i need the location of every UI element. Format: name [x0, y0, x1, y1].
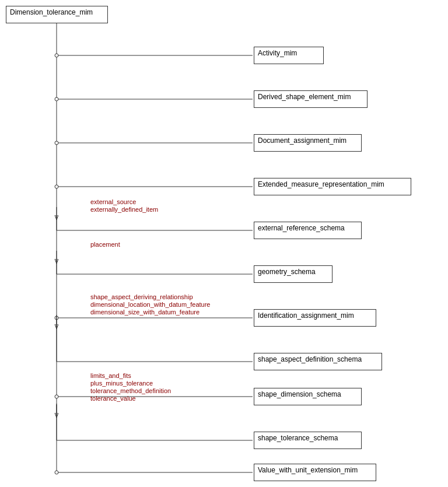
box-dim_tol: Dimension_tolerance_mim — [6, 6, 108, 23]
svg-point-3 — [55, 54, 58, 57]
svg-point-9 — [55, 185, 58, 188]
connection-lines — [0, 0, 448, 487]
svg-point-5 — [55, 97, 58, 101]
svg-point-7 — [55, 141, 58, 145]
box-derived: Derived_shape_element_mim — [254, 90, 368, 108]
label-lbl2: externally_defined_item — [90, 206, 158, 213]
label-lbl3: placement — [90, 241, 120, 248]
svg-point-17 — [55, 316, 58, 320]
label-lbl8: plus_minus_tolerance — [90, 380, 153, 387]
diagram-container: Dimension_tolerance_mimActivity_mimDeriv… — [0, 0, 448, 487]
box-document: Document_assignment_mim — [254, 134, 362, 152]
svg-point-27 — [55, 471, 58, 474]
label-lbl1: external_source — [90, 198, 136, 205]
label-lbl6: dimensional_size_with_datum_feature — [90, 309, 200, 316]
box-extended: Extended_measure_representation_mim — [254, 178, 411, 195]
box-shape_aspect_def: shape_aspect_definition_schema — [254, 353, 382, 370]
box-geometry: geometry_schema — [254, 265, 332, 283]
box-identification: Identification_assignment_mim — [254, 309, 376, 327]
label-lbl5: dimensional_location_with_datum_feature — [90, 301, 210, 308]
box-shape_tol: shape_tolerance_schema — [254, 432, 362, 449]
box-activity: Activity_mim — [254, 47, 324, 64]
label-lbl9: tolerance_method_definition — [90, 387, 171, 394]
box-shape_dim: shape_dimension_schema — [254, 388, 362, 405]
label-lbl10: tolerance_value — [90, 395, 136, 402]
svg-point-22 — [55, 395, 58, 398]
label-lbl7: limits_and_fits — [90, 372, 131, 379]
box-value_unit: Value_with_unit_extension_mim — [254, 464, 376, 481]
label-lbl4: shape_aspect_deriving_relationship — [90, 293, 193, 300]
box-external_ref: external_reference_schema — [254, 222, 362, 239]
